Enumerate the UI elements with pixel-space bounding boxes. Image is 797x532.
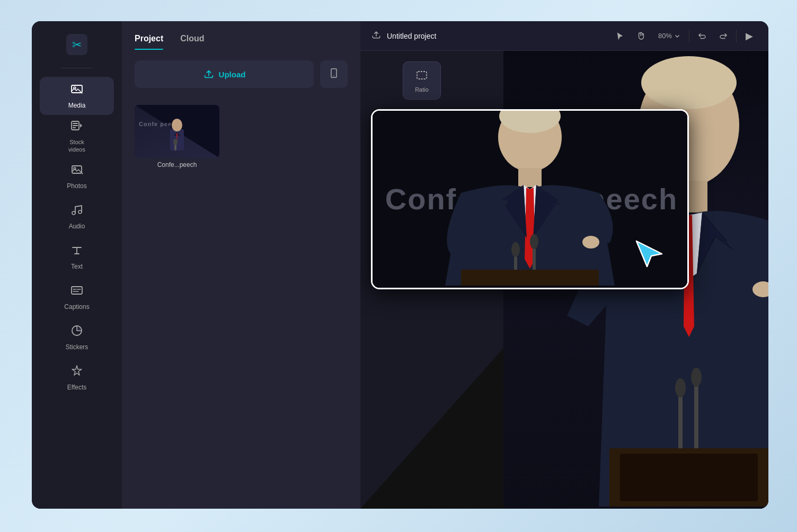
ratio-icon	[415, 69, 428, 84]
sidebar-item-stickers[interactable]: Stickers	[40, 318, 114, 357]
header-divider	[689, 30, 689, 42]
media-content: Confe peech	[122, 99, 360, 509]
tab-cloud[interactable]: Cloud	[180, 34, 204, 50]
app-logo: ✂	[64, 32, 90, 57]
media-panel: Project Cloud Upload	[122, 21, 360, 509]
audio-label: Audio	[69, 223, 85, 230]
sidebar-item-text[interactable]: Text	[40, 238, 114, 276]
svg-point-20	[173, 139, 178, 145]
effects-icon	[70, 365, 83, 380]
project-title: Untitled project	[387, 32, 436, 40]
svg-rect-28	[694, 379, 698, 454]
zoom-preview-overlay: Confe peech	[371, 109, 689, 289]
svg-rect-41	[461, 270, 599, 286]
play-button[interactable]: ▶	[741, 28, 758, 45]
svg-rect-8	[72, 166, 82, 173]
svg-point-38	[511, 242, 520, 257]
effects-label: Effects	[67, 384, 86, 391]
zoom-value: 80%	[658, 32, 672, 40]
sidebar-item-captions[interactable]: Captions	[40, 278, 114, 316]
svg-text:✂: ✂	[72, 38, 82, 51]
sidebar-divider	[61, 68, 93, 68]
photos-label: Photos	[67, 182, 86, 190]
header-right: 80%	[612, 28, 758, 45]
cursor-tool-button[interactable]	[612, 28, 628, 45]
stock-videos-label: Stockvideos	[68, 138, 85, 154]
svg-rect-31	[620, 454, 758, 501]
sidebar-item-photos[interactable]: Photos	[40, 157, 114, 196]
sidebar-item-audio[interactable]: Audio	[40, 198, 114, 236]
stickers-icon	[70, 324, 83, 340]
media-icon	[70, 83, 83, 99]
upload-cloud-icon	[203, 68, 215, 81]
mobile-icon	[329, 68, 339, 81]
zoom-preview-content: Confe peech	[373, 111, 687, 288]
sidebar: ✂ Media	[32, 21, 122, 509]
media-actions: Upload	[122, 50, 360, 99]
editor-area: Untitled project 80%	[360, 21, 768, 509]
svg-rect-6	[73, 125, 78, 126]
svg-rect-32	[417, 72, 427, 79]
audio-icon	[70, 203, 83, 219]
photos-icon	[70, 163, 83, 179]
undo-button[interactable]	[694, 28, 711, 45]
text-label: Text	[71, 263, 83, 270]
editor-canvas-wrapper: Confe peech	[360, 51, 768, 509]
ratio-button[interactable]: Ratio	[403, 61, 441, 100]
preview-person	[429, 109, 631, 288]
svg-point-36	[582, 236, 599, 249]
header-upload-icon	[371, 29, 382, 42]
media-tabs: Project Cloud	[122, 21, 360, 50]
captions-icon	[70, 284, 83, 300]
zoom-control[interactable]: 80%	[654, 30, 685, 42]
svg-point-23	[641, 56, 737, 109]
sidebar-item-effects[interactable]: Effects	[40, 359, 114, 397]
app-window: ✂ Media	[32, 21, 768, 509]
media-label: Media	[68, 102, 86, 109]
svg-point-29	[691, 368, 702, 387]
editor-header: Untitled project 80%	[360, 21, 768, 51]
svg-marker-42	[636, 241, 662, 267]
sidebar-item-media[interactable]: Media	[40, 77, 114, 115]
ratio-label: Ratio	[415, 86, 429, 93]
media-thumbnail-item[interactable]: Confe peech	[135, 105, 219, 169]
svg-point-18	[172, 119, 182, 131]
tab-project[interactable]: Project	[135, 34, 163, 50]
svg-point-15	[333, 75, 334, 76]
stickers-label: Stickers	[66, 343, 88, 351]
svg-rect-35	[518, 168, 542, 187]
thumb-person	[164, 113, 190, 158]
thumbnail-image: Confe peech	[135, 105, 219, 158]
svg-point-40	[530, 234, 538, 249]
svg-rect-5	[73, 123, 78, 124]
hand-tool-button[interactable]	[633, 28, 650, 45]
upload-label: Upload	[219, 70, 246, 79]
svg-rect-26	[678, 390, 683, 454]
upload-button[interactable]: Upload	[135, 60, 314, 88]
stock-videos-icon	[70, 119, 83, 135]
svg-rect-7	[73, 127, 76, 128]
redo-button[interactable]	[715, 28, 732, 45]
header-left: Untitled project	[371, 29, 436, 42]
text-icon	[70, 244, 83, 260]
header-divider-2	[736, 30, 737, 42]
svg-rect-12	[72, 287, 82, 294]
svg-point-27	[675, 378, 686, 397]
cursor-pointer	[632, 237, 666, 273]
sidebar-item-stock-videos[interactable]: Stockvideos	[40, 117, 114, 155]
thumbnail-label: Confe...peech	[135, 161, 219, 169]
captions-label: Captions	[64, 303, 89, 311]
mobile-button[interactable]	[320, 60, 348, 88]
